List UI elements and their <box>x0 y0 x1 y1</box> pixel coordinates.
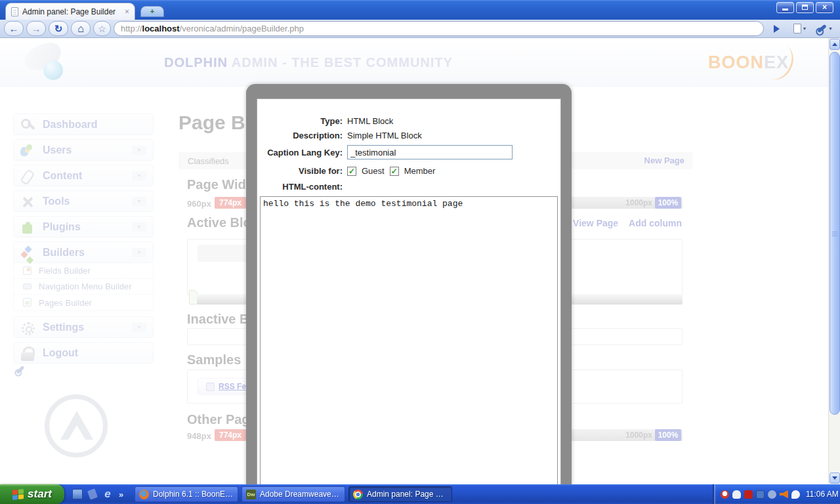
globe-icon <box>43 60 63 80</box>
dreamweaver-icon: Dw <box>246 490 256 499</box>
new-page-link[interactable]: New Page <box>644 156 684 165</box>
page-favicon-icon <box>11 7 18 16</box>
quick-launch-app-icon[interactable] <box>72 489 83 499</box>
width-percent-badge[interactable]: 100% <box>655 429 681 441</box>
restore-button[interactable] <box>796 2 814 13</box>
tray-volume-icon[interactable] <box>768 490 776 499</box>
html-content-label: HTML-content: <box>257 182 343 192</box>
chevron-down-icon[interactable]: ▼ <box>132 222 146 232</box>
nav-menu-builder-icon <box>23 284 32 289</box>
sidebar-item-tools[interactable]: Tools ▼ <box>13 190 154 212</box>
sidebar-item-dashboard[interactable]: Dashboard <box>13 114 154 135</box>
description-value: Simple HTML Block <box>347 131 422 140</box>
width-max-label: 1000px <box>625 430 652 440</box>
boonex-swoosh <box>757 39 799 85</box>
new-tab-button[interactable]: + <box>140 6 164 17</box>
view-page-link[interactable]: View Page <box>573 218 618 228</box>
puzzle-icon <box>20 220 35 235</box>
tray-speaker-icon[interactable] <box>780 490 788 499</box>
quick-launch-more-icon[interactable]: » <box>119 490 123 499</box>
dolphin-logo <box>20 42 70 83</box>
bookmark-star-button[interactable]: ☆ <box>93 21 111 36</box>
fields-builder-icon <box>23 266 32 275</box>
visible-for-options: ✓ Guest ✓ Member <box>347 166 435 176</box>
scroll-down-button[interactable] <box>830 472 840 484</box>
address-bar[interactable]: http://localhost/veronica/admin/pageBuil… <box>114 21 764 36</box>
reload-button[interactable]: ↻ <box>49 21 68 36</box>
add-column-link[interactable]: Add column <box>629 218 682 228</box>
task-button-label: Adobe Dreamweaver ... <box>260 490 341 499</box>
tray-network-icon[interactable] <box>756 490 765 499</box>
html-content-textarea[interactable]: hello this is the demo testimonial page <box>260 196 558 501</box>
width-percent-badge[interactable]: 100% <box>655 197 681 209</box>
task-button-label: Admin panel: Page Bu... <box>367 490 448 499</box>
block-action-links: View Page Add column <box>573 218 682 228</box>
tab-close-icon[interactable]: × <box>125 7 129 16</box>
browser-toolbar: ← → ↻ ⌂ ☆ http://localhost/veronica/admi… <box>0 20 840 38</box>
sidebar-item-navigation-menu-builder[interactable]: Navigation Menu Builder <box>14 279 153 295</box>
minimize-button[interactable] <box>776 2 794 13</box>
sidebar-item-label: Dashboard <box>43 119 98 131</box>
key-icon <box>20 118 35 133</box>
scrollbar-thumb[interactable] <box>830 52 840 415</box>
chevron-down-icon[interactable]: ▼ <box>132 171 146 180</box>
internet-explorer-icon[interactable]: e <box>102 489 113 499</box>
sidebar-item-builders[interactable]: Builders ▼ <box>13 242 154 263</box>
admin-sidebar: Dashboard Users ▼ Content ▼ Tools ▼ <box>13 114 154 368</box>
show-desktop-icon[interactable] <box>87 488 98 499</box>
windows-taskbar: start e » Dolphin 6.1 :: BoonEx... Dw Ad… <box>0 484 840 504</box>
edit-block-dialog: Type: HTML Block Description: Simple HTM… <box>246 84 572 504</box>
sidebar-item-pages-builder[interactable]: Pages Builder <box>14 295 153 310</box>
vertical-scrollbar[interactable] <box>828 38 840 484</box>
chevron-down-icon[interactable]: ▼ <box>132 197 146 206</box>
taskbar-button-dreamweaver[interactable]: Dw Adobe Dreamweaver ... <box>242 486 345 502</box>
chevron-down-icon[interactable]: ▼ <box>132 248 146 257</box>
page-menu-button[interactable]: ▼ <box>789 21 811 36</box>
minimize-icon <box>782 9 788 10</box>
sidebar-item-plugins[interactable]: Plugins ▼ <box>13 216 154 238</box>
tab-classifieds[interactable]: Classifieds <box>188 156 229 166</box>
forward-button[interactable]: → <box>26 21 46 36</box>
system-tray: 11:06 AM <box>713 484 840 504</box>
sidebar-item-settings[interactable]: Settings ▼ <box>13 316 154 338</box>
width-handle-badge[interactable]: 774px <box>215 197 246 209</box>
chevron-down-icon[interactable]: ▼ <box>132 146 146 155</box>
tray-messenger-icon[interactable] <box>791 490 800 499</box>
sidebar-item-logout[interactable]: Logout <box>13 342 154 364</box>
tools-menu-button[interactable]: ▼ <box>814 21 836 36</box>
site-header: DOLPHIN ADMIN - THE BEST COMMUNITY BOONE… <box>0 38 828 87</box>
member-checkbox[interactable]: ✓ <box>390 167 399 176</box>
description-label: Description: <box>257 131 343 140</box>
close-button[interactable]: × <box>816 2 833 13</box>
paperclip-icon <box>18 167 38 187</box>
tray-acrobat-icon[interactable] <box>744 490 753 499</box>
scroll-up-button[interactable] <box>830 39 840 50</box>
tray-mouse-icon[interactable] <box>732 490 741 499</box>
window-titlebar: Admin panel: Page Builder × + × <box>0 0 840 20</box>
caption-lang-key-input[interactable] <box>347 145 513 159</box>
arrow-up-icon <box>832 43 837 46</box>
sidebar-item-fields-builder[interactable]: Fields Builder <box>14 263 153 279</box>
home-button[interactable]: ⌂ <box>71 21 91 36</box>
taskbar-button-firefox[interactable]: Dolphin 6.1 :: BoonEx... <box>135 486 238 502</box>
tray-notifier-icon[interactable] <box>721 490 729 499</box>
chevron-down-icon[interactable]: ▼ <box>132 323 146 332</box>
sidebar-item-label: Builders <box>43 247 85 259</box>
visible-for-label: Visible for: <box>257 166 343 176</box>
sidebar-item-users[interactable]: Users ▼ <box>13 139 154 161</box>
guest-checkbox[interactable]: ✓ <box>347 167 356 176</box>
quick-launch-bar: e » <box>68 484 123 504</box>
sidebar-item-content[interactable]: Content ▼ <box>13 165 154 186</box>
sidebar-item-label: Logout <box>43 347 78 359</box>
rss-icon <box>206 383 215 391</box>
url-host: localhost <box>142 24 180 33</box>
go-button[interactable] <box>766 21 786 36</box>
wrench-icon <box>16 366 24 374</box>
taskbar-button-chrome-active[interactable]: Admin panel: Page Bu... <box>348 486 452 502</box>
start-button[interactable]: start <box>0 484 64 504</box>
back-button[interactable]: ← <box>4 21 24 36</box>
arrow-down-icon <box>832 476 837 480</box>
width-handle-badge[interactable]: 774px <box>215 429 246 441</box>
browser-tab[interactable]: Admin panel: Page Builder × <box>5 3 135 20</box>
sidebar-item-label: Settings <box>43 322 84 333</box>
